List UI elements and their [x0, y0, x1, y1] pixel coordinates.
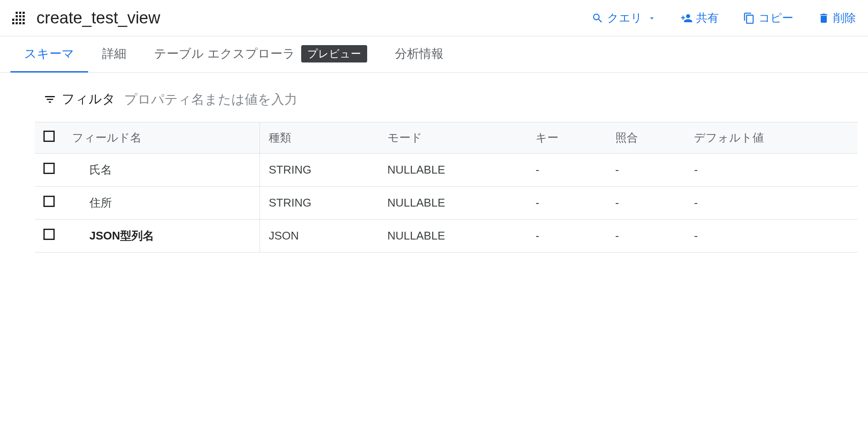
- share-label: 共有: [696, 10, 719, 26]
- header: create_test_view クエリ 共有 コピー 削除: [0, 0, 868, 36]
- filter-label: フィルタ: [62, 90, 115, 108]
- query-button[interactable]: クエリ: [590, 7, 658, 29]
- cell-mode: NULLABLE: [379, 154, 527, 187]
- copy-button[interactable]: コピー: [741, 7, 795, 29]
- cell-collation: -: [607, 187, 686, 220]
- table-header-row: フィールド名 種類 モード キー 照合 デフォルト値: [35, 122, 858, 154]
- table-row: 住所 STRING NULLABLE - - -: [35, 187, 858, 220]
- row-checkbox[interactable]: [43, 163, 55, 174]
- table-body: 氏名 STRING NULLABLE - - - 住所 STRING NULLA…: [35, 154, 858, 253]
- content: フィルタ フィールド名 種類 モード キー 照合 デフォルト値 氏名 STRIN…: [0, 73, 868, 263]
- tab-label: テーブル エクスプローラ: [154, 46, 295, 62]
- filter-row: フィルタ: [35, 90, 858, 108]
- tab-insights[interactable]: 分析情報: [381, 36, 457, 72]
- cell-type: STRING: [260, 187, 379, 220]
- cell-type: JSON: [260, 220, 379, 253]
- cell-mode: NULLABLE: [379, 220, 527, 253]
- filter-label-wrap: フィルタ: [43, 90, 115, 108]
- cell-key: -: [527, 187, 607, 220]
- filter-icon: [43, 93, 56, 106]
- table-row: 氏名 STRING NULLABLE - - -: [35, 154, 858, 187]
- toolbar: クエリ 共有 コピー 削除: [590, 7, 858, 29]
- delete-button[interactable]: 削除: [816, 7, 858, 29]
- cell-field-name: 氏名: [63, 154, 260, 187]
- col-collation: 照合: [607, 122, 686, 154]
- col-default-value: デフォルト値: [685, 122, 858, 154]
- select-all-header: [35, 122, 63, 154]
- cell-field-name: 住所: [63, 187, 260, 220]
- chevron-down-icon: [648, 14, 656, 23]
- preview-badge: プレビュー: [301, 45, 367, 62]
- cell-collation: -: [607, 154, 686, 187]
- cell-default-value: -: [685, 220, 858, 253]
- tab-table-explorer[interactable]: テーブル エクスプローラ プレビュー: [140, 36, 381, 72]
- col-type: 種類: [260, 122, 379, 154]
- cell-collation: -: [607, 220, 686, 253]
- schema-table: フィールド名 種類 モード キー 照合 デフォルト値 氏名 STRING NUL…: [35, 122, 858, 253]
- share-button[interactable]: 共有: [679, 7, 720, 29]
- cell-key: -: [527, 154, 607, 187]
- table-icon: [10, 10, 26, 26]
- cell-default-value: -: [685, 187, 858, 220]
- query-label: クエリ: [607, 10, 642, 26]
- select-all-checkbox[interactable]: [43, 131, 55, 142]
- col-mode: モード: [379, 122, 527, 154]
- cell-field-name: JSON型列名: [63, 220, 260, 253]
- col-field-name: フィールド名: [63, 122, 260, 154]
- delete-icon: [818, 12, 830, 24]
- tab-schema[interactable]: スキーマ: [10, 36, 88, 72]
- cell-mode: NULLABLE: [379, 187, 527, 220]
- delete-label: 削除: [833, 10, 856, 26]
- cell-key: -: [527, 220, 607, 253]
- row-checkbox[interactable]: [43, 196, 55, 207]
- copy-icon: [743, 12, 755, 24]
- col-key: キー: [527, 122, 607, 154]
- table-row: JSON型列名 JSON NULLABLE - - -: [35, 220, 858, 253]
- tab-label: 詳細: [102, 46, 126, 62]
- tab-label: スキーマ: [24, 46, 74, 62]
- cell-default-value: -: [685, 154, 858, 187]
- page-title: create_test_view: [36, 9, 160, 27]
- tab-details[interactable]: 詳細: [88, 36, 140, 72]
- tabs: スキーマ 詳細 テーブル エクスプローラ プレビュー 分析情報: [0, 36, 868, 73]
- copy-label: コピー: [759, 10, 793, 26]
- cell-type: STRING: [260, 154, 379, 187]
- filter-input[interactable]: [124, 92, 858, 107]
- row-checkbox[interactable]: [43, 229, 55, 240]
- person-add-icon: [681, 12, 693, 24]
- search-icon: [592, 12, 604, 24]
- tab-label: 分析情報: [395, 46, 444, 62]
